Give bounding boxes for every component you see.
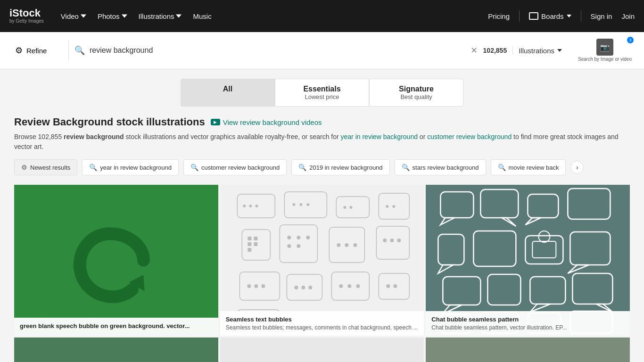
play-icon: ▶ bbox=[211, 119, 220, 125]
svg-marker-57 bbox=[502, 218, 516, 226]
tab-all[interactable]: All bbox=[181, 79, 275, 107]
logo-main: iStock bbox=[9, 8, 44, 18]
chip-customer-review[interactable]: 🔍 customer review background bbox=[183, 159, 287, 175]
page-description: Browse 102,855 review background stock i… bbox=[14, 132, 630, 152]
nav-divider-2 bbox=[581, 10, 581, 22]
svg-point-30 bbox=[353, 243, 357, 247]
bottom-card-1[interactable] bbox=[14, 337, 218, 362]
chip-stars-review[interactable]: 🔍 stars review background bbox=[395, 159, 486, 175]
search-icon: 🔍 bbox=[74, 45, 85, 56]
logo[interactable]: iStock by Getty Images bbox=[9, 8, 44, 24]
svg-rect-60 bbox=[568, 189, 611, 219]
search-by-label: Search by Image or video bbox=[578, 57, 632, 62]
image-1 bbox=[14, 185, 218, 336]
svg-point-7 bbox=[299, 203, 302, 206]
search-icon-2: 🔍 bbox=[190, 164, 198, 171]
svg-point-33 bbox=[390, 239, 394, 242]
signin-button[interactable]: Sign in bbox=[591, 12, 612, 20]
video-link[interactable]: ▶ View review background videos bbox=[211, 118, 322, 126]
camera-icon: 📷 bbox=[596, 39, 613, 56]
svg-marker-55 bbox=[441, 218, 455, 225]
image-card-1[interactable]: green blank speech bubble on green backg… bbox=[14, 185, 218, 336]
svg-rect-5 bbox=[284, 192, 327, 218]
svg-point-22 bbox=[287, 236, 291, 239]
svg-point-38 bbox=[261, 284, 265, 288]
page-heading: Review Background stock illustrations ▶ … bbox=[14, 116, 630, 128]
boards-button[interactable]: Boards bbox=[529, 12, 571, 20]
license-tabs: All Essentials Lowest price Signature Be… bbox=[181, 79, 463, 107]
type-selector[interactable]: Illustrations bbox=[512, 47, 568, 55]
clear-icon[interactable]: ✕ bbox=[471, 45, 478, 56]
link-year-in-review[interactable]: year in review background bbox=[341, 133, 418, 140]
results-count: 102,855 bbox=[483, 47, 507, 54]
svg-rect-16 bbox=[248, 237, 251, 240]
svg-marker-59 bbox=[526, 218, 541, 225]
svg-rect-71 bbox=[488, 274, 521, 305]
bottom-strip bbox=[14, 337, 630, 362]
logo-sub: by Getty Images bbox=[9, 18, 44, 24]
chip-year-review[interactable]: 🔍 year in review background bbox=[82, 159, 179, 175]
svg-rect-21 bbox=[280, 225, 317, 263]
nav-illustrations[interactable]: Illustrations bbox=[139, 12, 182, 20]
svg-point-4 bbox=[255, 205, 258, 207]
svg-point-41 bbox=[301, 286, 305, 289]
svg-point-14 bbox=[392, 205, 395, 208]
svg-point-66 bbox=[539, 231, 550, 242]
nav-photos[interactable]: Photos bbox=[98, 12, 127, 20]
svg-point-3 bbox=[249, 205, 252, 207]
chip-movie-review[interactable]: 🔍 movie review back bbox=[491, 159, 566, 175]
nav-music[interactable]: Music bbox=[193, 12, 211, 20]
nav-video[interactable]: Video bbox=[61, 12, 86, 20]
chip-2019-review[interactable]: 🔍 2019 in review background bbox=[291, 159, 389, 175]
search-bar: ⚙ Refine 🔍 ✕ 102,855 Illustrations 📷 3 S… bbox=[0, 32, 644, 69]
image-grid: green blank speech bubble on green backg… bbox=[14, 185, 630, 336]
svg-point-6 bbox=[292, 203, 295, 206]
svg-rect-65 bbox=[533, 241, 556, 258]
nav-divider bbox=[519, 10, 520, 22]
nav-right: Pricing Boards Sign in Join bbox=[488, 10, 635, 22]
tab-essentials[interactable]: Essentials Lowest price bbox=[275, 79, 369, 107]
filter-icon: ⚙ bbox=[21, 164, 27, 171]
svg-point-42 bbox=[308, 286, 312, 289]
svg-rect-9 bbox=[336, 197, 369, 218]
svg-point-24 bbox=[306, 236, 310, 239]
svg-rect-54 bbox=[441, 192, 474, 218]
tab-signature[interactable]: Signature Best quality bbox=[369, 79, 463, 107]
svg-rect-17 bbox=[248, 242, 251, 246]
search-by-image-button[interactable]: 📷 3 Search by Image or video bbox=[573, 39, 636, 62]
top-navigation: iStock by Getty Images Video Photos Illu… bbox=[0, 0, 644, 32]
nav-pricing[interactable]: Pricing bbox=[488, 12, 510, 20]
refine-button[interactable]: ⚙ Refine bbox=[8, 41, 69, 60]
image-overlay-2: Seamless text bubbles Seamless text bubb… bbox=[220, 311, 424, 336]
svg-rect-58 bbox=[528, 194, 559, 218]
search-icon-4: 🔍 bbox=[402, 164, 410, 171]
image-card-2[interactable]: Seamless text bubbles Seamless text bubb… bbox=[220, 185, 424, 336]
svg-rect-35 bbox=[239, 272, 280, 300]
image-card-3[interactable]: Chat bubble seamless pattern Chat bubble… bbox=[426, 185, 630, 336]
image-subtitle-2: Seamless text bubbles; messages, comment… bbox=[226, 324, 419, 331]
chip-newest[interactable]: ⚙ Newest results bbox=[14, 159, 77, 175]
search-icon: 🔍 bbox=[89, 164, 97, 171]
svg-point-2 bbox=[243, 205, 246, 207]
search-input[interactable] bbox=[90, 46, 466, 55]
svg-rect-69 bbox=[443, 277, 481, 305]
link-customer-review[interactable]: customer review background bbox=[427, 133, 512, 140]
svg-point-37 bbox=[254, 284, 258, 288]
svg-point-36 bbox=[247, 284, 251, 288]
bottom-card-3[interactable] bbox=[426, 337, 630, 362]
svg-rect-19 bbox=[254, 237, 257, 240]
search-input-wrap: 🔍 ✕ bbox=[74, 45, 478, 56]
boards-icon bbox=[529, 12, 538, 20]
svg-rect-72 bbox=[530, 277, 566, 304]
page-title: Review Background stock illustrations bbox=[14, 116, 205, 128]
search-icon-3: 🔍 bbox=[298, 164, 306, 171]
svg-point-13 bbox=[386, 205, 388, 208]
bottom-card-2[interactable] bbox=[220, 337, 424, 362]
chips-next-arrow[interactable]: › bbox=[570, 161, 584, 174]
image-overlay-3: Chat bubble seamless pattern Chat bubble… bbox=[426, 311, 630, 336]
svg-point-46 bbox=[356, 284, 360, 288]
svg-rect-64 bbox=[526, 236, 563, 264]
join-button[interactable]: Join bbox=[621, 12, 635, 20]
svg-rect-56 bbox=[481, 189, 519, 218]
image-title-2: Seamless text bubbles bbox=[226, 316, 419, 323]
